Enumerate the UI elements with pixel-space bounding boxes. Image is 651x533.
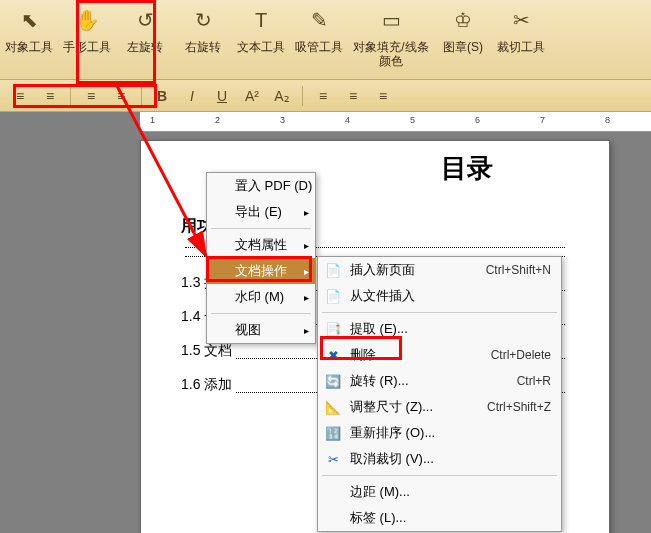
align-icon[interactable]: ≡: [343, 88, 363, 104]
bold-button[interactable]: B: [152, 88, 172, 104]
ribbon-toolbar: ⬉对象工具 ✋手形工具 ↺左旋转 ↻右旋转 T文本工具 ✎吸管工具 ▭对象填充/…: [0, 0, 651, 80]
extract-icon: 📑: [324, 320, 342, 338]
align-icon[interactable]: ≡: [111, 88, 131, 104]
ribbon-text-tool[interactable]: T文本工具: [232, 0, 290, 80]
separator: [302, 86, 303, 106]
rotate-right-icon: ↻: [174, 6, 232, 34]
separator: [70, 86, 71, 106]
ribbon-rotate-right[interactable]: ↻右旋转: [174, 0, 232, 80]
reorder-icon: 🔢: [324, 424, 342, 442]
submenu-item-reorder[interactable]: 🔢重新排序 (O)...: [318, 420, 561, 446]
ribbon-stamp[interactable]: ♔图章(S): [434, 0, 492, 80]
stamp-icon: ♔: [434, 6, 492, 34]
menu-item-export[interactable]: 导出 (E)▸: [207, 199, 315, 225]
separator: [141, 86, 142, 106]
subscript-button[interactable]: A₂: [272, 88, 292, 104]
page-title: 目录: [441, 151, 569, 186]
crop-icon: ✂: [324, 450, 342, 468]
align-icon[interactable]: ≡: [373, 88, 393, 104]
crop-icon: ✂: [492, 6, 550, 34]
align-center-icon[interactable]: ≡: [40, 88, 60, 104]
align-icon[interactable]: ≡: [81, 88, 101, 104]
italic-button[interactable]: I: [182, 88, 202, 104]
menu-item-watermark[interactable]: 水印 (M)▸: [207, 284, 315, 310]
text-icon: T: [232, 6, 290, 34]
align-icon[interactable]: ≡: [313, 88, 333, 104]
ribbon-fill-stroke[interactable]: ▭对象填充/线条颜色: [348, 0, 434, 80]
ribbon-crop-tool[interactable]: ✂裁切工具: [492, 0, 550, 80]
ribbon-hand-tool[interactable]: ✋手形工具: [58, 0, 116, 80]
chevron-right-icon: ▸: [304, 325, 309, 336]
submenu-item-margin[interactable]: 边距 (M)...: [318, 479, 561, 505]
menu-separator: [211, 228, 311, 229]
menu-item-doc-properties[interactable]: 文档属性▸: [207, 232, 315, 258]
page-icon: 📄: [324, 287, 342, 305]
format-toolbar: ≡ ≡ ≡ ≡ B I U A² A₂ ≡ ≡ ≡: [0, 80, 651, 112]
submenu-item-insert-from-file[interactable]: 📄从文件插入: [318, 283, 561, 309]
resize-icon: 📐: [324, 398, 342, 416]
menu-separator: [322, 312, 557, 313]
hand-icon: ✋: [58, 6, 116, 34]
submenu-item-insert-page[interactable]: 📄插入新页面Ctrl+Shift+N: [318, 257, 561, 283]
horizontal-ruler: 1 2 3 4 5 6 7 8: [140, 112, 651, 132]
eyedropper-icon: ✎: [290, 6, 348, 34]
submenu-item-rotate[interactable]: 🔄旋转 (R)...Ctrl+R: [318, 368, 561, 394]
menu-separator: [211, 313, 311, 314]
submenu-item-uncrop[interactable]: ✂取消裁切 (V)...: [318, 446, 561, 472]
chevron-right-icon: ▸: [304, 207, 309, 218]
ribbon-object-tool[interactable]: ⬉对象工具: [0, 0, 58, 80]
menu-item-doc-operation[interactable]: 文档操作▸: [207, 258, 315, 284]
context-submenu: 📄插入新页面Ctrl+Shift+N 📄从文件插入 📑提取 (E)... ✖删除…: [317, 256, 562, 532]
ribbon-rotate-left[interactable]: ↺左旋转: [116, 0, 174, 80]
chevron-right-icon: ▸: [304, 266, 309, 277]
context-menu: 置入 PDF (D) 导出 (E)▸ 文档属性▸ 文档操作▸ 水印 (M)▸ 视…: [206, 172, 316, 344]
submenu-item-delete[interactable]: ✖删除Ctrl+Delete: [318, 342, 561, 368]
chevron-right-icon: ▸: [304, 240, 309, 251]
delete-icon: ✖: [324, 346, 342, 364]
cursor-icon: ⬉: [0, 6, 58, 34]
menu-item-view[interactable]: 视图▸: [207, 317, 315, 343]
menu-item-insert-pdf[interactable]: 置入 PDF (D): [207, 173, 315, 199]
rotate-icon: 🔄: [324, 372, 342, 390]
rotate-left-icon: ↺: [116, 6, 174, 34]
page-icon: 📄: [324, 261, 342, 279]
submenu-item-extract[interactable]: 📑提取 (E)...: [318, 316, 561, 342]
menu-separator: [322, 475, 557, 476]
chevron-right-icon: ▸: [304, 292, 309, 303]
rect-icon: ▭: [348, 6, 434, 34]
ribbon-eyedropper-tool[interactable]: ✎吸管工具: [290, 0, 348, 80]
submenu-item-label[interactable]: 标签 (L)...: [318, 505, 561, 531]
align-left-icon[interactable]: ≡: [10, 88, 30, 104]
submenu-item-resize[interactable]: 📐调整尺寸 (Z)...Ctrl+Shift+Z: [318, 394, 561, 420]
superscript-button[interactable]: A²: [242, 88, 262, 104]
underline-button[interactable]: U: [212, 88, 232, 104]
